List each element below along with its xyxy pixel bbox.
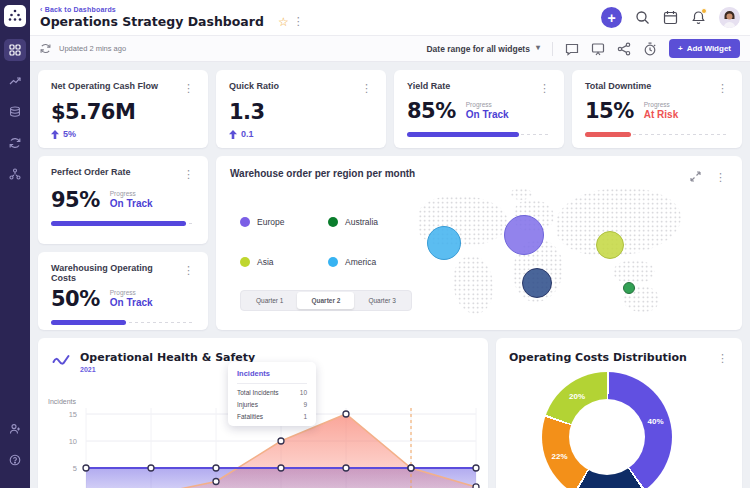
app-logo-icon (4, 5, 26, 27)
kebab-menu-icon[interactable]: ⋮ (713, 81, 732, 96)
search-icon[interactable] (635, 10, 650, 25)
chevron-down-icon: ▾ (536, 43, 540, 52)
progress-bar (407, 132, 519, 137)
map-bubble-australia[interactable] (623, 282, 635, 294)
page-title: Operations Strategy Dashboard (40, 14, 264, 29)
continent-se-asia (613, 260, 655, 284)
kpi-card-net-operating-cash-flow: Net Operating Cash Flow ⋮ $5.76M 5% (38, 70, 208, 148)
kpi-title: Net Operating Cash Flow (51, 81, 158, 91)
title-kebab-menu-icon[interactable]: ⋮ (289, 14, 308, 29)
svg-text:10: 10 (69, 437, 77, 446)
kpi-value: 85% (407, 99, 456, 123)
legend-dot (328, 257, 338, 267)
kpi-card-perfect-order-rate: Perfect Order Rate ⋮ 95% Progress On Tra… (38, 156, 208, 244)
expand-icon[interactable] (690, 168, 701, 186)
status-badge: On Track (110, 198, 153, 209)
legend-item-australia[interactable]: Australia (328, 202, 416, 242)
last-updated-text: Updated 2 mins ago (59, 44, 126, 53)
progress-label: Progress (644, 101, 678, 108)
date-range-select[interactable]: Date range for all widgets ▾ (426, 44, 539, 54)
donut-hole (569, 399, 645, 475)
plus-icon: + (678, 44, 683, 53)
svg-text:5: 5 (73, 464, 77, 473)
legend-item-asia[interactable]: Asia (240, 242, 328, 282)
continent-greenland (510, 188, 532, 200)
kpi-value: 15% (585, 99, 634, 123)
add-widget-button[interactable]: + Add Widget (669, 39, 740, 58)
back-to-dashboards-link[interactable]: ‹ Back to Dashboards (40, 6, 264, 13)
kebab-menu-icon[interactable]: ⋮ (535, 81, 554, 96)
kpi-title: Yield Rate (407, 81, 450, 91)
status-badge: On Track (466, 109, 509, 120)
sidebar-item-help[interactable] (4, 449, 26, 471)
y-axis-label: Incidents (48, 398, 76, 405)
map-bubble-asia[interactable] (596, 231, 624, 259)
legend-item-america[interactable]: America (328, 242, 416, 282)
kebab-menu-icon[interactable]: ⋮ (711, 170, 730, 185)
chart-tooltip: Incidents Total Incidents10 Injuries9 Fa… (228, 362, 316, 426)
world-map (418, 188, 736, 320)
legend-item-europe[interactable]: Europe (240, 202, 328, 242)
map-widget: Warehouse order per region per month ⋮ E… (216, 156, 742, 330)
kebab-menu-icon[interactable]: ⋮ (179, 81, 198, 96)
progress-track (585, 132, 729, 137)
kpi-value: 95% (51, 188, 100, 212)
progress-track (51, 221, 195, 226)
kpi-title: Quick Ratio (229, 81, 279, 91)
map-bubble-america[interactable] (427, 226, 461, 260)
star-icon[interactable]: ☆ (278, 15, 289, 29)
kebab-menu-icon[interactable]: ⋮ (179, 263, 198, 278)
kpi-title: Warehousing Operating Costs (51, 263, 179, 283)
user-avatar[interactable] (719, 7, 740, 28)
progress-track (407, 132, 551, 137)
calendar-icon[interactable] (663, 10, 678, 25)
progress-bar (51, 221, 186, 226)
progress-label: Progress (110, 190, 153, 197)
sidebar-item-sync[interactable] (4, 132, 26, 154)
timer-icon[interactable] (643, 42, 657, 56)
map-widget-title: Warehouse order per region per month (230, 168, 415, 179)
legend-dot (240, 257, 250, 267)
arrow-up-icon (229, 130, 237, 139)
health-safety-widget: Operational Health & Safety 2021 Inciden… (38, 338, 488, 488)
map-bubble-africa[interactable] (522, 268, 552, 298)
legend-dot (240, 217, 250, 227)
notifications-bell-icon[interactable] (691, 10, 706, 25)
donut-segment-label: 40% (647, 417, 663, 426)
sidebar-item-invite-user[interactable] (4, 418, 26, 440)
svg-text:15: 15 (69, 410, 77, 419)
legend-dot (328, 217, 338, 227)
refresh-icon[interactable] (40, 43, 51, 54)
donut-segment-label: 20% (569, 391, 585, 400)
tab-quarter-1[interactable]: Quarter 1 (242, 292, 297, 309)
kebab-menu-icon[interactable]: ⋮ (179, 167, 198, 182)
progress-label: Progress (466, 101, 509, 108)
sidebar-item-dashboards[interactable] (4, 39, 26, 61)
progress-bar (51, 320, 126, 325)
health-widget-title: Operational Health & Safety (80, 351, 255, 364)
sidebar-item-analytics[interactable] (4, 70, 26, 92)
sidebar-item-connections[interactable] (4, 163, 26, 185)
kpi-value: 1.3 (216, 96, 386, 124)
progress-label: Progress (110, 289, 153, 296)
present-screen-icon[interactable] (591, 42, 605, 56)
kpi-title: Perfect Order Rate (51, 167, 131, 177)
tab-quarter-3[interactable]: Quarter 3 (354, 292, 409, 309)
status-badge: On Track (110, 297, 153, 308)
donut-widget: Operating Costs Distribution ⋮ 40%22%20% (496, 338, 742, 488)
kebab-menu-icon[interactable]: ⋮ (713, 351, 732, 366)
kpi-card-yield-rate: Yield Rate ⋮ 85% Progress On Track (394, 70, 564, 148)
sidebar-item-datasets[interactable] (4, 101, 26, 123)
tab-quarter-2[interactable]: Quarter 2 (297, 292, 354, 309)
progress-bar (585, 132, 631, 137)
status-badge: At Risk (644, 109, 678, 120)
kebab-menu-icon[interactable]: ⋮ (357, 81, 376, 96)
quarter-tabs: Quarter 1 Quarter 2 Quarter 3 (240, 290, 412, 311)
donut-widget-title: Operating Costs Distribution (509, 351, 687, 364)
map-bubble-europe[interactable] (504, 215, 544, 255)
notification-dot (701, 8, 707, 14)
share-icon[interactable] (617, 42, 631, 56)
create-new-button[interactable]: + (601, 7, 622, 28)
progress-track (51, 320, 195, 325)
comments-icon[interactable] (565, 42, 579, 56)
